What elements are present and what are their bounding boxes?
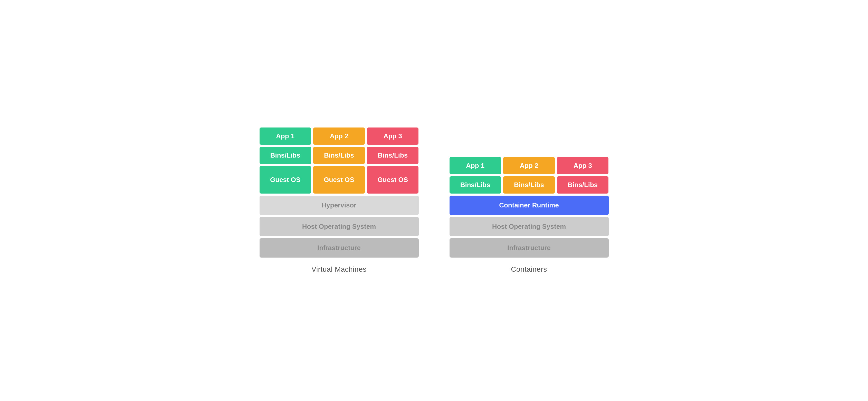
containers-app2: App 2: [503, 157, 555, 174]
vm-guestos2: Guest OS: [313, 166, 365, 194]
vm-infrastructure-layer: Infrastructure: [259, 238, 419, 258]
vm-column-3: App 3 Bins/Libs Guest OS: [367, 127, 418, 194]
main-container: App 1 Bins/Libs Guest OS App 2 Bins/Libs…: [259, 127, 609, 274]
containers-infrastructure-layer: Infrastructure: [450, 238, 609, 258]
vm-bins1: Bins/Libs: [259, 147, 311, 164]
containers-host-os-layer: Host Operating System: [450, 217, 609, 236]
vm-hypervisor-layer: Hypervisor: [259, 196, 419, 215]
containers-diagram: App 1 Bins/Libs App 2 Bins/Libs App 3 Bi…: [450, 157, 609, 274]
vm-layers-stack: App 1 Bins/Libs Guest OS App 2 Bins/Libs…: [259, 127, 419, 258]
vm-column-2: App 2 Bins/Libs Guest OS: [313, 127, 365, 194]
vm-column-1: App 1 Bins/Libs Guest OS: [259, 127, 311, 194]
containers-title: Containers: [511, 265, 547, 274]
vm-app2: App 2: [313, 127, 365, 145]
vm-bins3: Bins/Libs: [367, 147, 418, 164]
vm-guestos1: Guest OS: [259, 166, 311, 194]
vm-app1: App 1: [259, 127, 311, 145]
vm-host-os-layer: Host Operating System: [259, 217, 419, 236]
containers-layers-stack: App 1 Bins/Libs App 2 Bins/Libs App 3 Bi…: [450, 157, 609, 258]
containers-bins3: Bins/Libs: [557, 176, 609, 194]
containers-app1: App 1: [450, 157, 501, 174]
containers-column-3: App 3 Bins/Libs: [557, 157, 609, 194]
vm-apps-row: App 1 Bins/Libs Guest OS App 2 Bins/Libs…: [259, 127, 419, 194]
vm-guestos3: Guest OS: [367, 166, 418, 194]
containers-apps-row: App 1 Bins/Libs App 2 Bins/Libs App 3 Bi…: [450, 157, 609, 194]
containers-bins1: Bins/Libs: [450, 176, 501, 194]
containers-column-2: App 2 Bins/Libs: [503, 157, 555, 194]
vm-bins2: Bins/Libs: [313, 147, 365, 164]
vm-title: Virtual Machines: [311, 265, 366, 274]
containers-bins2: Bins/Libs: [503, 176, 555, 194]
containers-app3: App 3: [557, 157, 609, 174]
vm-app3: App 3: [367, 127, 418, 145]
containers-column-1: App 1 Bins/Libs: [450, 157, 501, 194]
containers-runtime-layer: Container Runtime: [450, 196, 609, 215]
vm-diagram: App 1 Bins/Libs Guest OS App 2 Bins/Libs…: [259, 127, 419, 274]
